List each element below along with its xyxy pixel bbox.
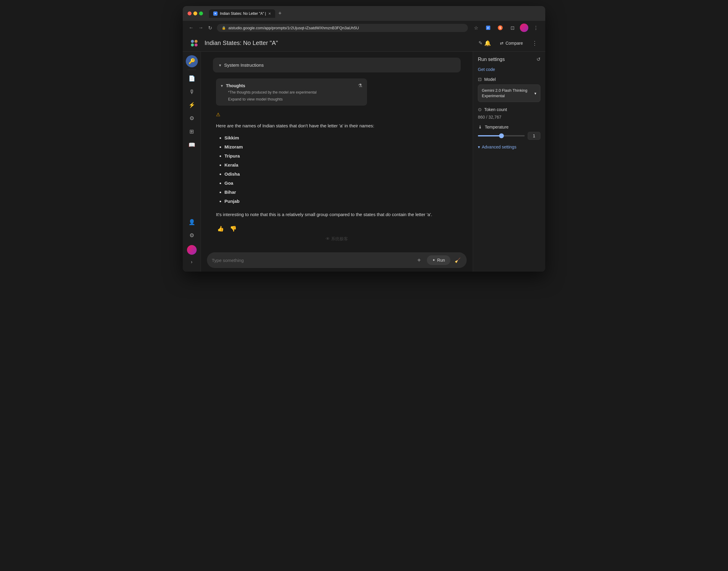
tab-close-icon[interactable]: ✕ (268, 12, 271, 16)
response-note-before: It's interesting to note that this is a … (216, 212, 385, 217)
center-panel: ▾ System Instructions ▾ Thoughts ⚗ * (201, 51, 473, 271)
sidebar-item-lightning[interactable]: ⚡ (186, 99, 198, 111)
input-bar: + ✦ Run 🧹 (207, 252, 467, 268)
token-count-value: 860 / 32,767 (478, 115, 540, 119)
run-button-icon: ✦ (432, 258, 435, 262)
clean-button[interactable]: 🧹 (453, 256, 462, 264)
code-brackets-icon: Get code (478, 67, 495, 72)
menu-button[interactable]: ⋮ (531, 23, 540, 32)
new-tab-button[interactable]: + (276, 9, 284, 18)
thoughts-expand-link[interactable]: Expand to view model thoughts (228, 97, 362, 101)
minimize-button[interactable] (193, 11, 197, 15)
active-tab[interactable]: ✦ Indian States: No Letter "A" | ✕ (209, 9, 275, 18)
header-actions: 🔔 ⇄ Compare ⋮ (482, 38, 539, 48)
center-content: ▾ System Instructions ▾ Thoughts ⚗ * (201, 51, 473, 249)
extension-button-1[interactable]: F (484, 23, 493, 32)
reload-button[interactable]: ↻ (207, 24, 213, 32)
sidebar-item-book[interactable]: 📖 (186, 139, 198, 151)
browser-titlebar: ✦ Indian States: No Letter "A" | ✕ + (188, 9, 540, 18)
traffic-lights (188, 11, 203, 15)
collapse-icon: ▾ (219, 63, 221, 68)
add-attachment-button[interactable]: + (414, 255, 424, 265)
thoughts-toggle-icon[interactable]: ▾ (221, 83, 223, 88)
sidebar-item-document[interactable]: 📄 (186, 73, 198, 85)
sidebar-item-sliders[interactable]: ⚙ (186, 112, 198, 124)
run-button-label: Run (437, 258, 445, 262)
thoughts-box: ▾ Thoughts ⚗ *The thoughts produced by t… (216, 79, 367, 106)
model-selector[interactable]: Gemini 2.0 Flash Thinking Experimental ▾ (478, 85, 540, 102)
watermark: 👁 系统极客 (216, 233, 458, 245)
profile-avatar[interactable] (520, 23, 528, 32)
list-item: Odisha (224, 170, 458, 178)
get-code-button[interactable]: Get code (478, 67, 540, 72)
address-bar[interactable]: 🔒 aistudio.google.com/app/prompts/1r2Uju… (217, 24, 468, 32)
token-icon: ⊙ (478, 107, 482, 112)
back-button[interactable]: ← (188, 24, 195, 32)
svg-point-5 (194, 40, 197, 43)
response-note-after: contain the letter 'a'. (390, 212, 432, 217)
sidebar-item-mic[interactable]: 🎙 (186, 86, 198, 98)
url-text: aistudio.google.com/app/prompts/1r2Ujusq… (229, 26, 359, 30)
forward-button[interactable]: → (197, 24, 204, 32)
response-area: ▾ Thoughts ⚗ *The thoughts produced by t… (213, 79, 461, 245)
advanced-settings-button[interactable]: ▾ Advanced settings (478, 144, 540, 149)
chat-input[interactable] (212, 258, 411, 263)
run-button[interactable]: ✦ Run (427, 255, 450, 265)
svg-point-7 (194, 43, 197, 46)
thumbs-down-button[interactable]: 👎 (229, 224, 238, 233)
app-title: Indian States: No Letter "A" (204, 39, 476, 46)
temperature-label-text: Temperature (485, 125, 509, 129)
thoughts-title: Thoughts (226, 83, 245, 88)
temperature-value-box: 1 (528, 132, 540, 140)
bookmark-button[interactable]: ☆ (471, 23, 481, 32)
temperature-slider[interactable] (478, 135, 525, 136)
sidebar-item-person[interactable]: 👤 (186, 216, 198, 228)
list-item: Kerala (224, 161, 458, 169)
left-sidebar: 🔑 📄 🎙 ⚡ ⚙ ⊞ 📖 👤 ⚙ › (183, 51, 201, 271)
temperature-section: 🌡 Temperature 1 (478, 124, 540, 140)
list-item: Punjab (224, 198, 458, 205)
edit-title-icon[interactable]: ✎ (478, 40, 482, 46)
compare-label: Compare (506, 41, 523, 45)
states-list: SikkimMizoramTripuraKeralaOdishaGoaBihar… (216, 134, 458, 205)
maximize-button[interactable] (199, 11, 203, 15)
sidebar-expand-icon[interactable]: › (186, 256, 198, 268)
tab-favicon: ✦ (213, 11, 217, 16)
close-button[interactable] (188, 11, 191, 15)
extension-button-2[interactable]: S (496, 23, 505, 32)
system-instructions-bar[interactable]: ▾ System Instructions (213, 58, 461, 73)
alert-icon-button[interactable]: 🔔 (482, 38, 493, 48)
extension-button-3[interactable]: ⊡ (508, 23, 517, 32)
token-label-text: Token count (484, 107, 507, 112)
warning-icon: ⚠ (216, 112, 458, 117)
list-item: Mizoram (224, 143, 458, 150)
main-content: 🔑 📄 🎙 ⚡ ⚙ ⊞ 📖 👤 ⚙ › (183, 51, 545, 271)
model-section: ⊡ Model Gemini 2.0 Flash Thinking Experi… (478, 77, 540, 102)
refresh-button[interactable]: ↺ (537, 56, 540, 62)
sidebar-item-settings[interactable]: ⚙ (186, 229, 198, 241)
app-container: Indian States: No Letter "A" ✎ 🔔 ⇄ Compa… (183, 35, 545, 271)
browser-tabs: ✦ Indian States: No Letter "A" | ✕ + (209, 9, 284, 18)
system-instructions-label: System Instructions (224, 63, 264, 68)
compare-button[interactable]: ⇄ Compare (496, 39, 527, 47)
token-count-section: ⊙ Token count 860 / 32,767 (478, 107, 540, 119)
sidebar-item-layers[interactable]: ⊞ (186, 126, 198, 138)
flask-icon: ⚗ (358, 83, 362, 89)
list-item: Goa (224, 180, 458, 187)
thumbs-up-button[interactable]: 👍 (216, 224, 225, 233)
tab-title: Indian States: No Letter "A" | (220, 11, 266, 16)
temperature-section-label: 🌡 Temperature (478, 124, 540, 129)
sidebar-avatar[interactable] (187, 245, 197, 255)
svg-text:S: S (499, 26, 502, 29)
more-options-button[interactable]: ⋮ (530, 38, 539, 48)
app-logo (189, 38, 200, 48)
app-header: Indian States: No Letter "A" ✎ 🔔 ⇄ Compa… (183, 35, 545, 51)
sidebar-item-key[interactable]: 🔑 (186, 55, 198, 67)
run-settings-title: Run settings (478, 57, 505, 62)
temperature-icon: 🌡 (478, 124, 482, 129)
list-item: Bihar (224, 189, 458, 196)
nav-buttons: ← → ↻ (188, 24, 213, 32)
dropdown-icon: ▾ (534, 91, 537, 96)
token-section-label: ⊙ Token count (478, 107, 540, 112)
address-bar-row: ← → ↻ 🔒 aistudio.google.com/app/prompts/… (183, 21, 545, 35)
